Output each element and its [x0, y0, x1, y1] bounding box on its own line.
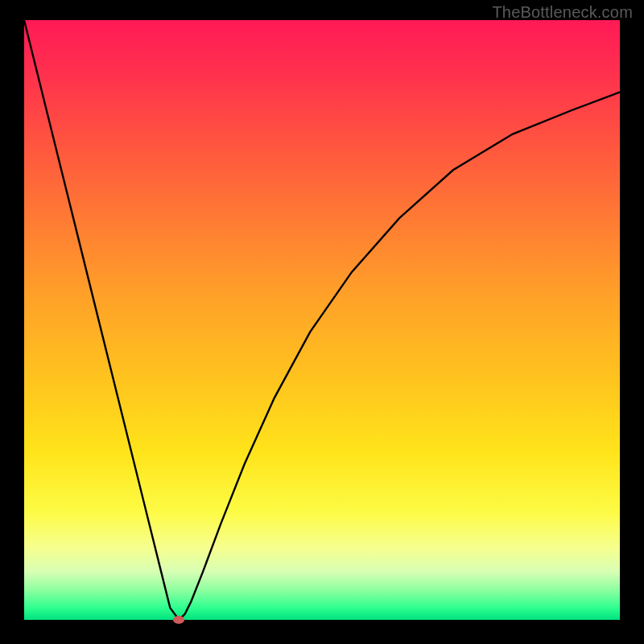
plot-area — [24, 20, 620, 620]
bottleneck-curve — [24, 20, 620, 620]
minimum-marker — [173, 616, 184, 624]
watermark-text: TheBottleneck.com — [492, 3, 633, 22]
chart-frame: TheBottleneck.com — [0, 0, 644, 644]
